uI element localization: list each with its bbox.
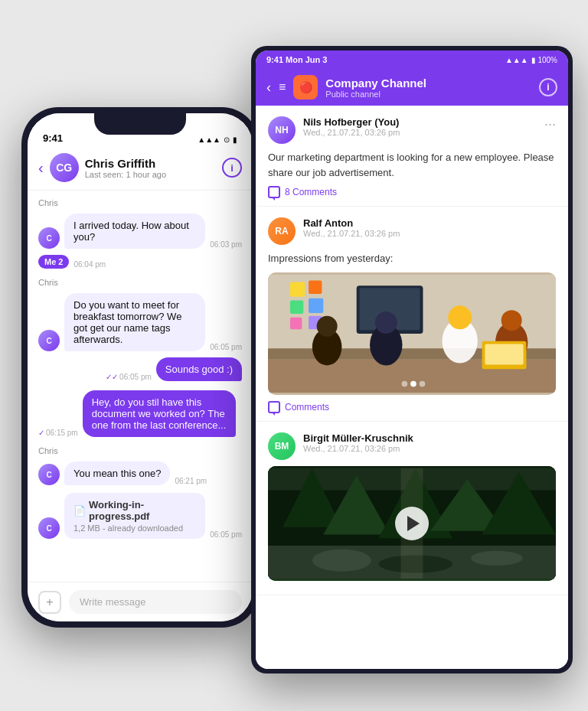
phone-time: 9:41: [43, 132, 63, 144]
msg-avatar-7: C: [38, 517, 60, 539]
phone-status-icons: ▲▲▲ ⊙ ▮: [198, 135, 237, 144]
file-size: 1,2 MB - already downloaded: [74, 523, 196, 533]
msg-time-6: 06:21 pm: [175, 477, 207, 485]
file-icon: 📄: [74, 505, 86, 517]
feed-user-info-1: Nils Hofberger (You) Wed., 21.07.21, 03:…: [303, 116, 537, 137]
message-row-4: ✓✓ 06:05 pm Sounds good :): [38, 357, 242, 381]
svg-rect-21: [485, 344, 523, 364]
msg-bubble-3: Do you want to meet for breakfast tomorr…: [64, 293, 205, 351]
tablet-device: 9:41 Mon Jun 3 ▲▲▲ ▮ 100% ‹ ≡ 🔴 Company …: [251, 46, 573, 673]
phone-messages-list: Chris C I arrived today. How about you? …: [28, 191, 253, 582]
tablet-channel-info: Company Channel Public channel: [325, 77, 531, 99]
feed-post-text-1: Our marketing department is looking for …: [268, 150, 556, 180]
tablet-channel-header: ‹ ≡ 🔴 Company Channel Public channel i: [256, 69, 568, 106]
feed-username-1: Nils Hofberger (You): [303, 116, 537, 128]
tablet-battery-icon: ▮ 100%: [531, 56, 557, 64]
svg-point-17: [448, 305, 472, 329]
feed-post-2: RA Ralf Anton Wed., 21.07.21, 03:26 pm I…: [256, 207, 568, 422]
feed-user-info-2: Ralf Anton Wed., 21.07.21, 03:26 pm: [303, 217, 556, 238]
feed-timestamp-1: Wed., 21.07.21, 03:26 pm: [303, 128, 537, 137]
contact-status: Last seen: 1 hour ago: [85, 170, 216, 179]
play-icon: [407, 516, 420, 531]
feed-timestamp-3: Wed., 21.07.21, 03:26 pm: [303, 444, 556, 453]
feed-username-3: Birgit Müller-Kruschnik: [303, 432, 556, 444]
scene: 9:41 ▲▲▲ ⊙ ▮ ‹ CG Chris Griffith Last se…: [0, 0, 588, 711]
msg-bubble-4: Sounds good :): [156, 357, 242, 381]
contact-name: Chris Griffith: [85, 157, 216, 170]
add-icon: +: [46, 595, 53, 609]
signal-icon: ▲▲▲: [198, 135, 220, 144]
msg-time-4: ✓✓ 06:05 pm: [106, 373, 152, 381]
msg-time-7: 06:05 pm: [210, 530, 242, 539]
svg-rect-3: [309, 280, 322, 293]
wifi-icon: ⊙: [224, 135, 230, 144]
svg-point-35: [471, 550, 522, 565]
message-row-2: 06:04 pm Me 2: [38, 255, 242, 269]
tablet-back-button[interactable]: ‹: [266, 80, 271, 96]
tablet-menu-button[interactable]: ≡: [279, 80, 286, 94]
svg-rect-6: [290, 317, 302, 328]
meeting-svg: [268, 272, 556, 395]
message-row-3: C Do you want to meet for breakfast tomo…: [38, 293, 242, 351]
tablet-info-button[interactable]: i: [539, 78, 557, 96]
msg-time-1: 06:03 pm: [210, 240, 242, 249]
feed-avatar-1: NH: [268, 116, 296, 144]
phone-info-button[interactable]: i: [222, 158, 242, 178]
msg-bubble-1: I arrived today. How about you?: [64, 214, 205, 249]
feed-comments-button-1[interactable]: 8 Comments: [268, 186, 556, 198]
feed-video-thumb[interactable]: [268, 466, 556, 581]
channel-subtitle: Public channel: [325, 90, 531, 99]
msg-avatar-6: C: [38, 464, 60, 485]
message-row-5: ✓ 06:15 pm Hey, do you stil have this do…: [38, 390, 242, 437]
comment-icon-1: [268, 186, 280, 198]
comments-label-1: 8 Comments: [285, 187, 337, 197]
me-badge: Me 2: [38, 255, 69, 269]
contact-info: Chris Griffith Last seen: 1 hour ago: [85, 157, 216, 179]
svg-rect-2: [290, 282, 305, 296]
phone-chat-header: ‹ CG Chris Griffith Last seen: 1 hour ag…: [28, 147, 253, 191]
svg-point-13: [317, 315, 338, 336]
feed-avatar-3: BM: [268, 432, 296, 460]
tablet-feed: NH Nils Hofberger (You) Wed., 21.07.21, …: [256, 106, 568, 669]
tablet-channel-avatar: 🔴: [293, 75, 318, 99]
channel-emoji: 🔴: [299, 81, 312, 93]
channel-name: Company Channel: [325, 77, 531, 90]
feed-more-button-1[interactable]: ···: [544, 116, 556, 132]
feed-post-1: NH Nils Hofberger (You) Wed., 21.07.21, …: [256, 106, 568, 207]
phone-back-button[interactable]: ‹: [38, 159, 44, 177]
msg-bubble-5: Hey, do you stil have this document we w…: [83, 390, 236, 437]
feed-avatar-2: RA: [268, 217, 296, 245]
feed-username-2: Ralf Anton: [303, 217, 556, 229]
feed-post-text-2: Impressions from yesterday:: [268, 251, 556, 266]
comments-label-2: Comments: [285, 402, 329, 413]
svg-point-33: [312, 549, 371, 571]
phone-notch: [94, 113, 186, 135]
feed-timestamp-2: Wed., 21.07.21, 03:26 pm: [303, 229, 556, 238]
msg-avatar-1: C: [38, 227, 60, 249]
phone-message-input[interactable]: Write message: [69, 590, 242, 614]
contact-avatar: CG: [50, 153, 79, 182]
msg-time-3: 06:05 pm: [210, 343, 242, 351]
phone-message-footer: + Write message: [28, 582, 253, 621]
tablet-signal-icon: ▲▲▲: [505, 56, 528, 64]
tablet-time: 9:41 Mon Jun 3: [266, 55, 327, 64]
phone-add-button[interactable]: +: [38, 591, 61, 614]
msg-time-2: 06:04 pm: [74, 260, 106, 269]
svg-point-15: [375, 311, 397, 334]
play-button[interactable]: [395, 507, 429, 540]
svg-point-23: [410, 380, 416, 386]
msg-time-5: ✓ 06:15 pm: [38, 429, 78, 437]
svg-point-24: [420, 380, 426, 386]
feed-post-3: BM Birgit Müller-Kruschnik Wed., 21.07.2…: [256, 422, 568, 595]
sender-label-3: Chris: [38, 278, 242, 287]
feed-comments-button-2[interactable]: Comments: [268, 401, 556, 413]
tablet-status-bar: 9:41 Mon Jun 3 ▲▲▲ ▮ 100%: [256, 51, 568, 69]
file-bubble[interactable]: 📄 Working-in-progress.pdf 1,2 MB - alrea…: [64, 493, 205, 539]
message-row-6: C You mean this one? 06:21 pm: [38, 461, 242, 485]
msg-avatar-3: C: [38, 330, 60, 351]
phone-device: 9:41 ▲▲▲ ⊙ ▮ ‹ CG Chris Griffith Last se…: [21, 107, 259, 628]
battery-icon: ▮: [233, 135, 237, 144]
feed-user-info-3: Birgit Müller-Kruschnik Wed., 21.07.21, …: [303, 432, 556, 453]
message-row-7: C 📄 Working-in-progress.pdf 1,2 MB - alr…: [38, 493, 242, 539]
feed-meeting-image: [268, 272, 556, 395]
